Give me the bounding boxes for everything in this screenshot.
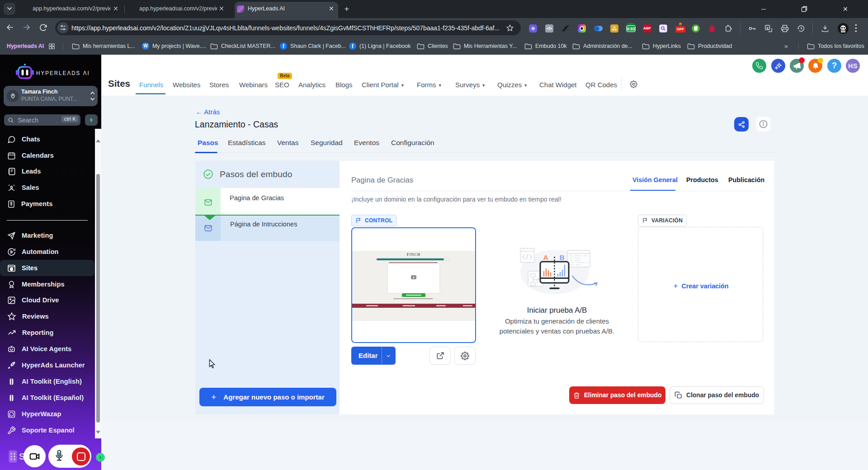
svg-text:A: A — [543, 254, 548, 261]
svg-text:B: B — [559, 254, 564, 261]
